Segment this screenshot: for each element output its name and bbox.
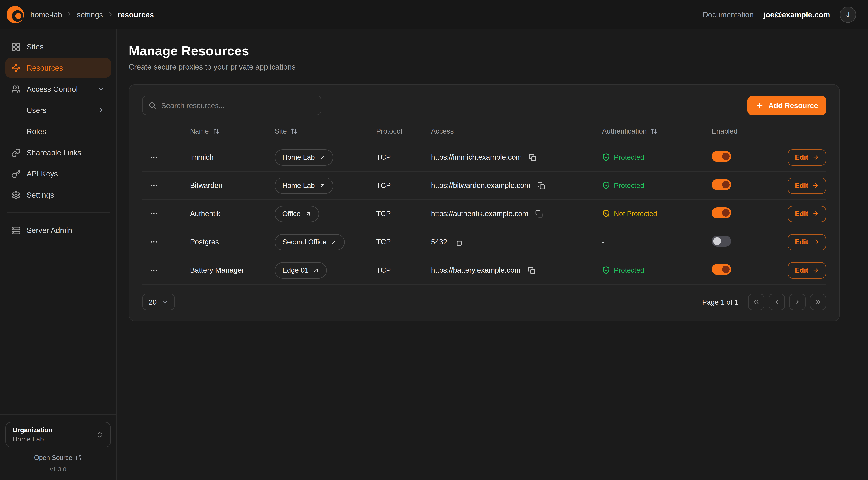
copy-icon[interactable] — [536, 181, 546, 190]
edit-button[interactable]: Edit — [788, 206, 826, 222]
sidebar-item-label: Sites — [27, 42, 43, 51]
row-actions-button[interactable] — [148, 151, 160, 163]
table-footer: 20 Page 1 of 1 — [142, 294, 826, 310]
key-icon — [11, 169, 21, 178]
sidebar-item-users[interactable]: Users — [5, 100, 111, 120]
add-resource-button[interactable]: Add Resource — [748, 96, 826, 115]
copy-icon[interactable] — [528, 152, 537, 162]
breadcrumb-org[interactable]: home-lab — [30, 10, 62, 19]
enabled-toggle[interactable] — [712, 236, 731, 246]
enabled-toggle[interactable] — [712, 151, 731, 162]
breadcrumb: home-lab settings resources — [30, 10, 154, 19]
search-icon — [148, 101, 156, 110]
table-row: Battery Manager Edge 01 TCP https://batt… — [142, 256, 826, 284]
edit-button[interactable]: Edit — [788, 262, 826, 278]
app-logo-icon[interactable] — [6, 6, 24, 23]
chevron-right-icon — [66, 11, 73, 18]
row-actions-button[interactable] — [148, 264, 160, 276]
site-link-button[interactable]: Home Lab — [275, 149, 333, 166]
arrow-right-icon — [812, 154, 819, 161]
edit-button[interactable]: Edit — [788, 177, 826, 194]
first-page-button[interactable] — [748, 294, 764, 310]
edit-button[interactable]: Edit — [788, 234, 826, 250]
site-link-button[interactable]: Edge 01 — [275, 262, 327, 278]
next-page-button[interactable] — [789, 294, 806, 310]
enabled-toggle[interactable] — [712, 207, 731, 218]
table-row: Bitwarden Home Lab TCP https://bitwarden… — [142, 172, 826, 200]
sidebar-item-access-control[interactable]: Access Control — [5, 79, 111, 99]
previous-page-button[interactable] — [769, 294, 785, 310]
resource-name: Authentik — [190, 210, 275, 218]
chevrons-up-down-icon — [96, 431, 104, 439]
column-enabled: Enabled — [712, 127, 785, 135]
sidebar-item-label: Server Admin — [27, 226, 72, 235]
plus-icon — [756, 101, 764, 110]
resource-protocol: TCP — [376, 153, 431, 161]
sort-icon[interactable] — [290, 128, 298, 134]
sidebar-item-label: Shareable Links — [27, 148, 81, 157]
copy-icon[interactable] — [453, 237, 463, 247]
arrow-up-right-icon — [319, 154, 326, 160]
access-url: https://battery.example.com — [431, 266, 520, 274]
resource-protocol: TCP — [376, 238, 431, 246]
shield-off-icon — [602, 210, 610, 218]
auth-status: Protected — [602, 181, 712, 189]
sidebar-item-api-keys[interactable]: API Keys — [5, 164, 111, 183]
auth-status: Protected — [602, 266, 712, 274]
search-input[interactable] — [142, 96, 321, 115]
sidebar-item-settings[interactable]: Settings — [5, 185, 111, 205]
arrow-right-icon — [812, 238, 819, 245]
avatar[interactable]: J — [840, 6, 856, 23]
organization-picker[interactable]: Organization Home Lab — [5, 422, 111, 447]
column-authentication[interactable]: Authentication — [602, 127, 712, 135]
row-actions-button[interactable] — [148, 236, 160, 248]
chevron-down-icon — [161, 298, 168, 305]
access-control-icon — [11, 85, 21, 94]
sidebar-item-shareable-links[interactable]: Shareable Links — [5, 143, 111, 162]
documentation-link[interactable]: Documentation — [703, 10, 754, 19]
page-size-select[interactable]: 20 — [142, 294, 175, 310]
table-row: Postgres Second Office TCP 5432 - Edit — [142, 228, 826, 256]
arrow-right-icon — [812, 182, 819, 189]
sort-icon[interactable] — [651, 128, 657, 134]
access-url: https://bitwarden.example.com — [431, 181, 530, 189]
sidebar-item-resources[interactable]: Resources — [5, 58, 111, 78]
organization-texts: Organization Home Lab — [12, 426, 92, 443]
enabled-toggle[interactable] — [712, 264, 731, 275]
copy-icon[interactable] — [526, 265, 536, 275]
link-icon — [11, 148, 21, 157]
breadcrumb-settings[interactable]: settings — [77, 10, 103, 19]
sidebar-item-sites[interactable]: Sites — [5, 37, 111, 57]
sidebar-item-server-admin[interactable]: Server Admin — [5, 220, 111, 240]
chevron-right-icon — [97, 107, 105, 114]
row-actions-button[interactable] — [148, 179, 160, 192]
sort-icon[interactable] — [213, 128, 220, 134]
resources-card: Add Resource Name Site Protocol Acce — [129, 84, 840, 322]
copy-icon[interactable] — [534, 209, 544, 219]
app-version: v1.3.0 — [5, 466, 111, 472]
column-protocol: Protocol — [376, 127, 431, 135]
open-source-label: Open Source — [34, 454, 72, 461]
page-subtitle: Create secure proxies to your private ap… — [129, 62, 840, 71]
open-source-link[interactable]: Open Source — [5, 454, 111, 461]
user-email: joe@example.com — [764, 10, 830, 19]
column-access: Access — [431, 127, 602, 135]
enabled-toggle[interactable] — [712, 179, 731, 190]
column-name[interactable]: Name — [190, 127, 275, 135]
site-link-button[interactable]: Office — [275, 206, 319, 222]
edit-button[interactable]: Edit — [788, 149, 826, 166]
table-row: Immich Home Lab TCP https://immich.examp… — [142, 143, 826, 172]
sidebar-footer: Organization Home Lab Open Source v1.3.0 — [0, 414, 116, 472]
row-actions-button[interactable] — [148, 207, 160, 220]
sites-icon — [11, 42, 21, 51]
site-link-button[interactable]: Home Lab — [275, 177, 333, 194]
arrow-up-right-icon — [331, 239, 337, 245]
shield-check-icon — [602, 266, 610, 274]
last-page-button[interactable] — [810, 294, 826, 310]
app-window: home-lab settings resources Documentatio… — [0, 0, 868, 480]
column-site[interactable]: Site — [275, 127, 376, 135]
sidebar-item-roles[interactable]: Roles — [5, 122, 111, 141]
site-link-button[interactable]: Second Office — [275, 234, 345, 250]
pagination: Page 1 of 1 — [702, 294, 826, 310]
sidebar: Sites Resources Access Control Users Rol… — [0, 29, 117, 480]
